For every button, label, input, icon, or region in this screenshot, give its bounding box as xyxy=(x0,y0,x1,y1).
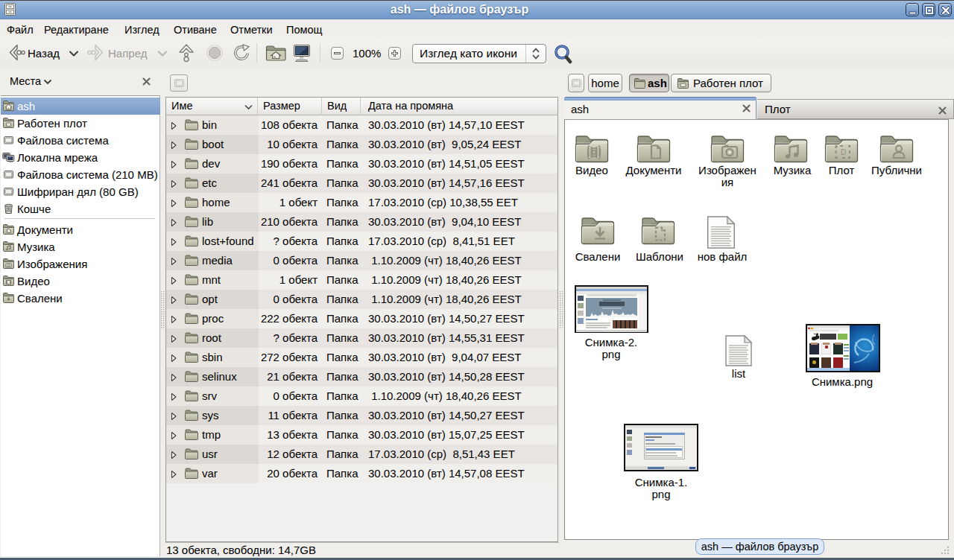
svg-text:D: D xyxy=(841,148,846,156)
